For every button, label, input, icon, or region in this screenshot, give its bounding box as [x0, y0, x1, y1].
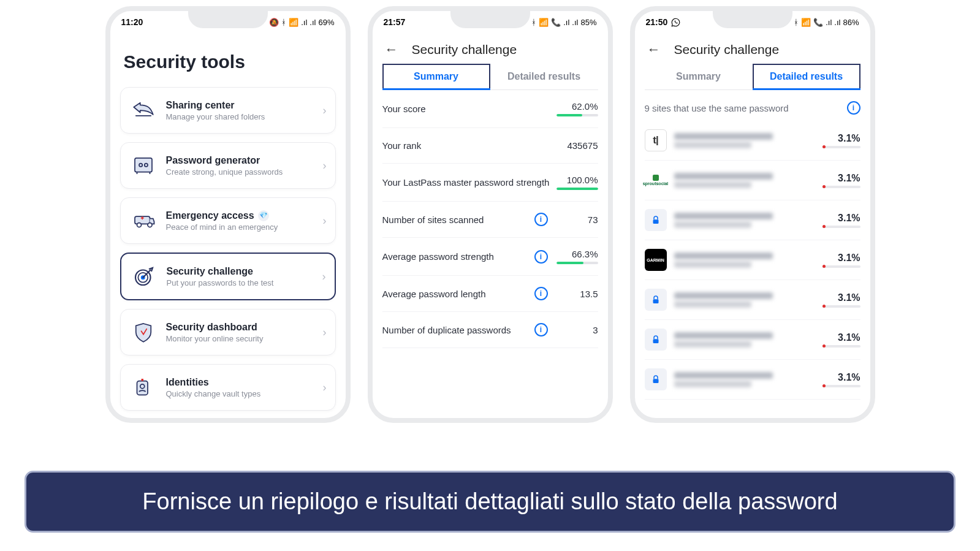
- target-icon: [130, 262, 158, 291]
- status-time: 11:20: [121, 17, 143, 27]
- bt-icon: ᚼ: [794, 18, 799, 27]
- stat-avg-strength: Average password strength i 66.3%: [382, 238, 598, 276]
- app-icon: t|: [645, 129, 667, 151]
- info-icon[interactable]: i: [534, 213, 548, 226]
- stat-rank: Your rank 435675: [382, 128, 598, 164]
- status-right: 🔕 ᚼ 📶 .ıl .ıl 69%: [269, 18, 334, 27]
- tool-sharing-center[interactable]: Sharing center Manage your shared folder…: [120, 87, 336, 134]
- tool-title: Password generator: [166, 155, 314, 166]
- whatsapp-icon: [671, 18, 680, 27]
- tool-password-generator[interactable]: Password generator Create strong, unique…: [120, 142, 336, 189]
- tab-summary[interactable]: Summary: [382, 64, 490, 89]
- tab-detailed[interactable]: Detailed results: [753, 64, 860, 89]
- redacted-text: [674, 291, 815, 310]
- tool-sub: Quickly change vault types: [166, 389, 314, 398]
- tool-title: Identities: [166, 377, 314, 388]
- tool-sub: Peace of mind in an emergency: [166, 222, 314, 232]
- id-icon: [129, 373, 158, 401]
- svg-rect-0: [135, 158, 152, 172]
- stat-score: Your score 62.0%: [382, 90, 598, 128]
- tool-sub: Create strong, unique passwords: [166, 167, 314, 177]
- chevron-right-icon: ›: [323, 381, 327, 394]
- svg-point-7: [148, 223, 152, 227]
- tool-sub: Monitor your online security: [166, 334, 314, 343]
- signal-icon: .ıl: [826, 18, 832, 27]
- site-row[interactable]: 3.1%: [645, 360, 860, 400]
- status-time: 21:57: [384, 17, 406, 27]
- battery-pct: 85%: [580, 18, 596, 27]
- info-icon[interactable]: i: [847, 101, 860, 115]
- back-arrow-icon[interactable]: ←: [647, 42, 661, 58]
- phone-summary: 21:57 ᚼ 📶 📞 .ıl .ıl 85% ← Security chall…: [368, 6, 613, 423]
- chevron-right-icon: ›: [322, 270, 326, 283]
- header-title: Security challenge: [674, 42, 780, 57]
- caption-bar: Fornisce un riepilogo e risultati dettag…: [25, 471, 955, 533]
- tab-detailed[interactable]: Detailed results: [490, 64, 598, 89]
- site-row[interactable]: 3.1%: [645, 200, 860, 240]
- svg-rect-13: [653, 219, 658, 224]
- signal-icon: .ıl: [563, 18, 569, 27]
- back-arrow-icon[interactable]: ←: [385, 42, 398, 58]
- tool-title: Security challenge: [167, 266, 314, 277]
- tool-identities[interactable]: Identities Quickly change vault types ›: [120, 364, 336, 411]
- bt-icon: ᚼ: [281, 18, 286, 27]
- ambulance-icon: [129, 207, 158, 235]
- shield-icon: [129, 318, 158, 346]
- app-icon: GARMIN: [645, 249, 667, 271]
- site-row[interactable]: t| 3.1%: [645, 121, 860, 161]
- redacted-text: [674, 211, 815, 230]
- header-title: Security challenge: [412, 42, 517, 57]
- safe-icon: [129, 151, 158, 180]
- notch: [450, 11, 530, 28]
- tool-emergency-access[interactable]: Emergency access 💎 Peace of mind in an e…: [120, 197, 336, 244]
- redacted-text: [674, 131, 815, 150]
- chevron-right-icon: ›: [323, 326, 327, 339]
- lock-icon: [645, 368, 667, 390]
- wifi-icon: 📶: [539, 18, 549, 27]
- lock-icon: [645, 209, 667, 231]
- notch: [188, 11, 268, 28]
- tool-title: Emergency access: [166, 210, 254, 221]
- redacted-text: [674, 330, 815, 349]
- chevron-right-icon: ›: [323, 159, 327, 172]
- signal-icon: .ıl: [310, 18, 316, 27]
- redacted-text: [674, 370, 815, 389]
- lock-icon: [645, 329, 667, 351]
- signal-icon: .ıl: [572, 18, 578, 27]
- site-row[interactable]: 3.1%: [645, 280, 860, 320]
- battery-pct: 69%: [318, 18, 334, 27]
- wifi-icon: 📶: [289, 18, 298, 27]
- info-icon[interactable]: i: [534, 323, 548, 336]
- tool-security-dashboard[interactable]: Security dashboard Monitor your online s…: [120, 309, 336, 355]
- chevron-right-icon: ›: [323, 215, 327, 227]
- tool-sub: Put your passwords to the test: [167, 278, 314, 287]
- tool-title: Sharing center: [166, 100, 314, 111]
- phone-detailed: 21:50 ᚼ 📶 📞 .ıl .ıl 86% ← Security chall…: [630, 6, 875, 423]
- stat-duplicates: Number of duplicate passwords i 3: [382, 312, 598, 348]
- section-heading: 9 sites that use the same password: [645, 103, 789, 113]
- status-right: ᚼ 📶 📞 .ıl .ıl 86%: [794, 18, 859, 27]
- signal-icon: .ıl: [834, 18, 840, 27]
- stat-avg-length: Average password length i 13.5: [382, 276, 598, 312]
- info-icon[interactable]: i: [534, 287, 548, 300]
- site-row[interactable]: GARMIN 3.1%: [645, 240, 860, 280]
- svg-rect-14: [653, 299, 658, 303]
- info-icon[interactable]: i: [534, 250, 548, 264]
- stat-master: Your LastPass master password strength 1…: [382, 164, 598, 202]
- site-row[interactable]: 3.1%: [645, 320, 860, 360]
- phone-security-tools: 11:20 🔕 ᚼ 📶 .ıl .ıl 69% Security tools S…: [105, 6, 351, 423]
- battery-pct: 86%: [843, 18, 859, 27]
- share-icon: [129, 96, 158, 124]
- svg-rect-15: [653, 339, 658, 343]
- tab-summary[interactable]: Summary: [645, 64, 753, 89]
- tool-title: Security dashboard: [166, 322, 314, 333]
- lock-icon: [645, 289, 667, 311]
- wifi-icon: 📶: [801, 18, 811, 27]
- volte-icon: 📞: [551, 18, 561, 27]
- stat-sites: Number of sites scanned i 73: [382, 202, 598, 238]
- svg-point-6: [137, 223, 141, 227]
- status-right: ᚼ 📶 📞 .ıl .ıl 85%: [531, 18, 596, 27]
- tool-security-challenge[interactable]: Security challenge Put your passwords to…: [120, 253, 336, 300]
- bt-icon: ᚼ: [531, 18, 536, 27]
- site-row[interactable]: sproutsocial 3.1%: [645, 161, 860, 200]
